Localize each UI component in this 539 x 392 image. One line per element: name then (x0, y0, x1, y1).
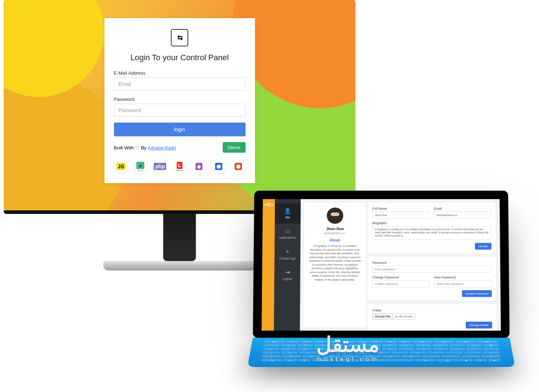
key[interactable]: ESC (264, 341, 285, 343)
tech-icon: ⬣ (215, 163, 222, 170)
nav-icon: 👤 (284, 207, 291, 214)
update-password-button[interactable]: Update Password (462, 290, 492, 297)
tech-chip-4: ◆ (192, 159, 206, 174)
key[interactable]: ⇥ (263, 348, 279, 351)
key[interactable]: F8 (384, 341, 397, 343)
new-password-input[interactable] (434, 280, 492, 288)
keyboard-row: `1234567890-=⌫ (264, 344, 499, 347)
tech-chip-1: ▲Vue.js (133, 159, 148, 174)
key[interactable]: Q (280, 348, 296, 351)
tech-icon: php (154, 163, 166, 170)
key[interactable]: L (428, 351, 445, 354)
key[interactable]: Ctrl (261, 359, 283, 362)
tech-icon: L (177, 162, 183, 169)
key[interactable]: ▼ (473, 359, 487, 362)
key[interactable]: U (382, 348, 398, 351)
about-text: A biography, or simply bio, is a detaile… (308, 244, 362, 282)
key[interactable]: 2 (297, 344, 313, 347)
nav-label: Applications (279, 236, 296, 239)
key[interactable]: ⇧ (481, 355, 501, 358)
key[interactable]: J (391, 351, 408, 354)
key[interactable]: N (382, 355, 401, 358)
password-input[interactable] (114, 104, 246, 117)
password-input[interactable] (372, 265, 491, 273)
key[interactable]: S (299, 351, 317, 354)
tech-icons-row: JS▲Vue.jsphpLlaravel◆⬣⬣ (114, 159, 246, 174)
key[interactable]: 0 (432, 344, 448, 347)
nav-item-create-app[interactable]: ＋Create App (275, 244, 301, 265)
key[interactable]: ⌫ (483, 344, 499, 347)
key[interactable]: ' (464, 351, 482, 354)
key[interactable]: ⇪ (262, 351, 280, 354)
key[interactable]: I (399, 348, 415, 351)
nav-item-logout[interactable]: ⇥Logout (274, 265, 300, 285)
bio-textarea[interactable]: A biography, or simply bio, is a detaile… (372, 226, 491, 240)
keyboard-row: CtrlFn⌘AltAltCtrl◀▼▶ (261, 359, 502, 362)
fullname-input[interactable] (372, 211, 429, 218)
change-avatar-button[interactable]: Change Avatar (466, 322, 492, 329)
key[interactable]: M (402, 355, 420, 358)
key[interactable]: 9 (415, 344, 431, 347)
watermark-latin: mostaql.com (316, 356, 379, 363)
key[interactable]: \ (483, 348, 499, 351)
key[interactable]: Ctrl (437, 359, 458, 362)
key[interactable]: , (421, 355, 441, 358)
demo-button[interactable]: Demo (223, 142, 246, 153)
key[interactable]: ; (446, 351, 463, 354)
tech-chip-2: php (153, 159, 167, 174)
key[interactable]: Z (282, 355, 301, 358)
key[interactable]: . (441, 355, 461, 358)
nav-label: Me (285, 216, 290, 219)
key[interactable]: F10 (412, 341, 433, 343)
brand-rail: <S> (262, 199, 275, 331)
email-input[interactable] (114, 78, 246, 91)
key[interactable]: / (461, 355, 481, 358)
key[interactable]: ` (264, 344, 280, 347)
key[interactable]: W (297, 348, 313, 351)
key[interactable]: ⇧ (262, 355, 281, 358)
key[interactable]: ▶ (488, 359, 502, 362)
key[interactable]: K (409, 351, 427, 354)
login-button[interactable]: login (114, 123, 246, 136)
key[interactable]: F2 (300, 341, 313, 343)
watermark: مستقل mostaql.com (316, 334, 379, 363)
key[interactable]: F11 (434, 341, 455, 343)
built-by: By (141, 145, 147, 150)
keyboard-row: ⇧ZXCVBNM,./⇧ (262, 355, 501, 358)
key[interactable]: F1 (286, 341, 299, 343)
update-button[interactable]: Update (475, 243, 491, 250)
nav-icon: ⇥ (285, 269, 290, 276)
tech-chip-3: Llaravel (172, 159, 187, 174)
key[interactable]: - (449, 344, 465, 347)
key[interactable]: [ (449, 348, 466, 351)
email-input[interactable] (434, 211, 491, 218)
key[interactable]: O (416, 348, 432, 351)
key[interactable]: F9 (398, 341, 411, 343)
key[interactable]: Alt (415, 359, 436, 362)
key[interactable]: 1 (280, 344, 296, 347)
key[interactable]: Fn (283, 359, 297, 362)
key[interactable]: 8 (399, 344, 415, 347)
confirm-password-input[interactable] (372, 280, 430, 288)
key[interactable]: ⌘ (298, 359, 311, 362)
key[interactable]: ↵ (482, 351, 500, 354)
profile-name: Jhon Doe (308, 227, 362, 231)
choose-file-button[interactable]: Choose File (372, 313, 392, 319)
key[interactable]: DEL (477, 341, 498, 343)
nav-item-me[interactable]: 👤Me (275, 203, 301, 223)
keyboard-row: ⇥QWERTYUIOP[]\ (263, 348, 499, 351)
tech-icon: JS (116, 163, 126, 170)
nav-item-applications[interactable]: ▭Applications (275, 223, 301, 244)
key[interactable]: A (281, 351, 299, 354)
key[interactable]: P (432, 348, 448, 351)
key[interactable]: ] (466, 348, 483, 351)
author-link[interactable]: Adnane Kadri (148, 145, 176, 150)
key[interactable]: = (466, 344, 482, 347)
key[interactable]: ◀ (459, 359, 473, 362)
login-title: Login To your Control Panel (114, 53, 246, 62)
tech-icon: ◆ (196, 163, 202, 170)
key[interactable]: 7 (382, 344, 398, 347)
new-password-label: New Password (434, 276, 492, 279)
file-chosen-text: No file chosen (393, 313, 416, 319)
key[interactable]: F12 (456, 341, 477, 343)
